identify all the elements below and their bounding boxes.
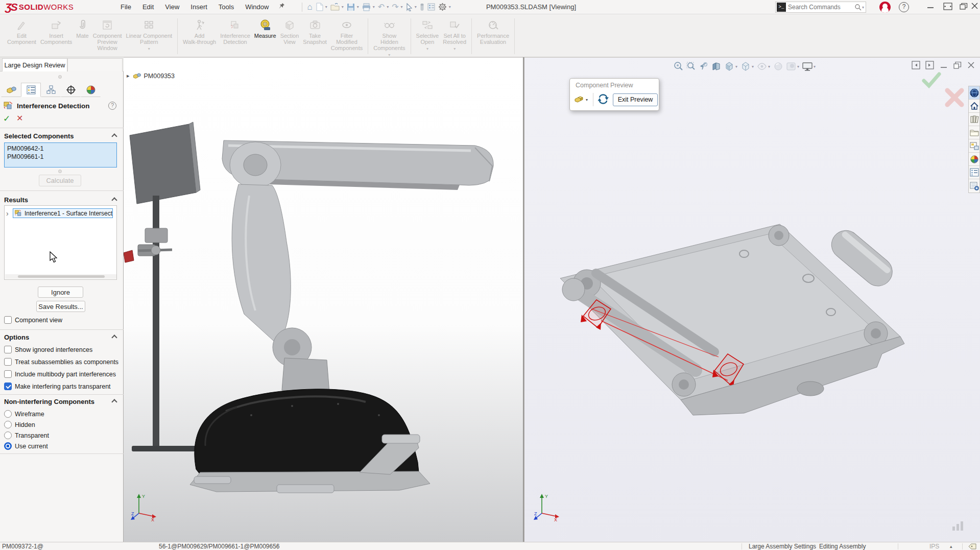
- use-current-radio[interactable]: [4, 442, 12, 450]
- collapse-chevron-icon[interactable]: [111, 399, 117, 404]
- home-tab[interactable]: [969, 100, 979, 113]
- edit-component-button[interactable]: Edit Component: [5, 18, 38, 45]
- select-arrow-button[interactable]: [404, 2, 414, 12]
- solidworks-resources-tab[interactable]: [969, 86, 979, 100]
- print-button[interactable]: [361, 2, 372, 12]
- results-header[interactable]: Results: [4, 196, 28, 204]
- preview-part-icon[interactable]: [574, 94, 585, 106]
- dropdown-caret-icon[interactable]: ▾: [426, 46, 428, 52]
- hidden-radio[interactable]: [4, 421, 12, 428]
- search-icon[interactable]: [854, 4, 862, 11]
- filter-modified-components-button[interactable]: Filter Modified Components: [329, 18, 365, 51]
- synchronize-views-icon[interactable]: [597, 93, 609, 106]
- include-multibody-checkbox[interactable]: [4, 370, 12, 378]
- make-transparent-checkbox[interactable]: [4, 382, 12, 390]
- collapse-chevron-icon[interactable]: [111, 197, 117, 203]
- tab-appearances[interactable]: [81, 83, 101, 97]
- add-walk-through-button[interactable]: Add Walk-through: [181, 18, 218, 45]
- preview-viewport[interactable]: ▾ ▾ ▾ ▾ ▾: [524, 57, 980, 542]
- dropdown-caret-icon[interactable]: ▾: [148, 46, 150, 52]
- collapse-chevron-icon[interactable]: [111, 133, 117, 139]
- file-explorer-tab[interactable]: [969, 126, 979, 139]
- undo-button[interactable]: ↶: [376, 1, 386, 13]
- wireframe-radio[interactable]: [4, 410, 12, 418]
- tree-expand-icon[interactable]: ›: [6, 209, 13, 218]
- save-button[interactable]: [345, 2, 356, 12]
- ignore-button[interactable]: Ignore: [38, 286, 83, 298]
- help-button[interactable]: ?: [899, 2, 909, 12]
- exit-preview-button[interactable]: Exit Preview: [613, 93, 658, 106]
- selective-open-button[interactable]: Selective Open ▾: [414, 18, 441, 52]
- menu-insert[interactable]: Insert: [185, 1, 213, 13]
- results-horizontal-scrollbar[interactable]: [5, 274, 116, 279]
- redo-button[interactable]: ↷: [390, 1, 400, 13]
- new-document-button[interactable]: [314, 2, 325, 12]
- appearances-scenes-tab[interactable]: [969, 153, 979, 166]
- scrollbar-thumb[interactable]: [18, 275, 105, 278]
- panel-splitter-handle[interactable]: [58, 75, 62, 79]
- measure-button[interactable]: Measure: [252, 18, 278, 39]
- menu-view[interactable]: View: [159, 1, 185, 13]
- linear-component-pattern-button[interactable]: Linear Component Pattern ▾: [124, 18, 175, 52]
- show-hidden-components-button[interactable]: Show Hidden Components ▾: [371, 18, 407, 58]
- take-snapshot-button[interactable]: Take Snapshot: [301, 18, 328, 45]
- panel-splitter-handle[interactable]: [58, 170, 62, 173]
- list-item[interactable]: PM009642-1: [7, 145, 116, 153]
- options-header[interactable]: Options: [4, 333, 29, 341]
- tab-large-design-review[interactable]: Large Design Review: [2, 58, 67, 71]
- menu-file[interactable]: File: [115, 1, 137, 13]
- selected-components-header[interactable]: Selected Components: [4, 132, 74, 140]
- search-input[interactable]: [788, 4, 854, 11]
- open-button[interactable]: [329, 2, 341, 12]
- tag-icon[interactable]: [968, 543, 976, 550]
- save-results-button[interactable]: Save Results...: [36, 301, 85, 312]
- list-item[interactable]: PM009661-1: [7, 153, 116, 161]
- restore-button[interactable]: [960, 3, 968, 12]
- units-selector[interactable]: IPS: [929, 543, 939, 550]
- panel-help-button[interactable]: ?: [108, 102, 116, 110]
- show-ignored-interferences-checkbox[interactable]: [4, 346, 12, 353]
- interference-detection-button[interactable]: Interference Detection: [218, 18, 252, 45]
- large-assembly-settings-label[interactable]: Large Assembly Settings: [749, 543, 816, 550]
- set-all-to-resolved-button[interactable]: Set All to Resolved ▾: [441, 18, 468, 52]
- mate-button[interactable]: Mate: [74, 18, 90, 39]
- component-preview-model[interactable]: [524, 58, 980, 540]
- non-interfering-header[interactable]: Non-interfering Components: [4, 398, 94, 405]
- custom-properties-tab[interactable]: [969, 166, 979, 179]
- dropdown-caret-icon[interactable]: ▾: [586, 98, 588, 102]
- design-library-tab[interactable]: [969, 113, 979, 126]
- close-button[interactable]: [971, 3, 978, 11]
- transparent-radio[interactable]: [4, 432, 12, 439]
- pin-menu-icon[interactable]: [278, 3, 285, 11]
- dropdown-caret-icon[interactable]: ▾: [453, 46, 456, 52]
- tab-dimxpert[interactable]: [61, 83, 81, 97]
- treat-subassemblies-checkbox[interactable]: [4, 358, 12, 366]
- tab-feature-manager[interactable]: [21, 83, 41, 97]
- span-displays-button[interactable]: [943, 3, 952, 12]
- main-viewport[interactable]: ▸ PM009353: [124, 57, 523, 542]
- insert-components-button[interactable]: Insert Components: [38, 18, 74, 45]
- section-view-button[interactable]: Section View: [278, 18, 301, 45]
- cancel-button[interactable]: ✕: [16, 113, 23, 123]
- selected-components-list[interactable]: PM009642-1 PM009661-1: [4, 142, 117, 168]
- view-palette-tab[interactable]: [969, 139, 979, 153]
- ok-button[interactable]: ✓: [3, 113, 10, 124]
- home-button[interactable]: ⌂: [305, 1, 314, 13]
- tab-display-manager[interactable]: [41, 83, 61, 97]
- robot-arm-model[interactable]: [124, 58, 523, 540]
- forum-tab[interactable]: [969, 179, 979, 193]
- tab-assembly[interactable]: [1, 83, 21, 97]
- calculate-button[interactable]: Calculate: [39, 175, 81, 186]
- menu-window[interactable]: Window: [240, 1, 274, 13]
- menu-edit[interactable]: Edit: [137, 1, 159, 13]
- units-caret-icon[interactable]: ▴: [950, 544, 952, 549]
- interference-result-item[interactable]: Interference1 - Surface Intersecti: [13, 208, 113, 218]
- collapse-chevron-icon[interactable]: [111, 334, 117, 340]
- component-preview-window-button[interactable]: Component Preview Window: [91, 18, 124, 51]
- performance-evaluation-button[interactable]: Performance Evaluation: [475, 18, 511, 45]
- menu-tools[interactable]: Tools: [213, 1, 240, 13]
- user-avatar[interactable]: [879, 2, 891, 13]
- component-view-checkbox[interactable]: [4, 316, 12, 324]
- search-commands-box[interactable]: >_ ▾: [775, 2, 866, 13]
- results-tree-row[interactable]: › Interference1 - Surface Intersecti: [6, 208, 115, 218]
